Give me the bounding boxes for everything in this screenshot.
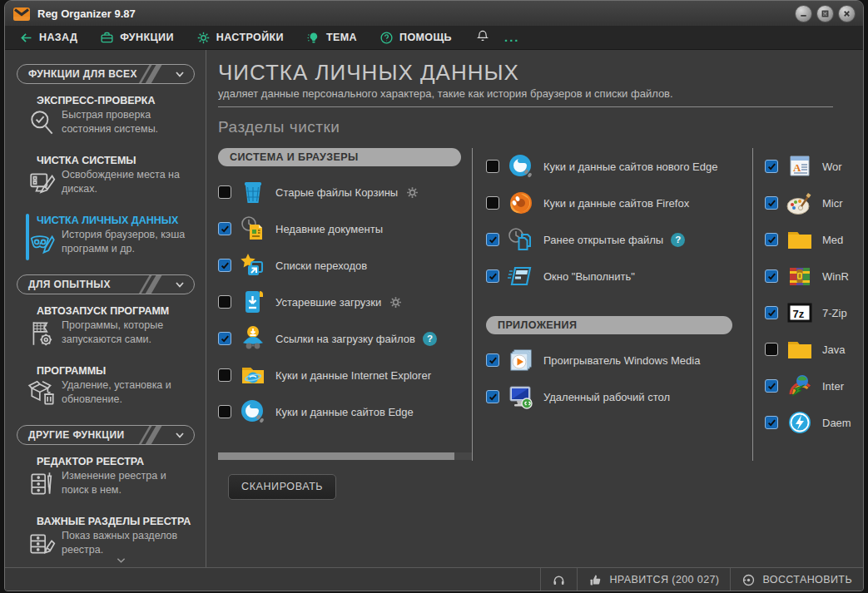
minimize-button[interactable] [795, 5, 812, 22]
cleanup-item-row[interactable]: Micr [765, 185, 863, 221]
cleanup-checkbox[interactable] [486, 269, 499, 283]
like-button[interactable]: НРАВИТСЯ (200 027) [577, 568, 730, 591]
cleanup-item-row[interactable]: Проигрыватель Windows Media [486, 342, 732, 378]
maximize-button[interactable] [816, 5, 834, 22]
sidebar-item[interactable]: АВТОЗАПУСК ПРОГРАММПрограммы, которые за… [5, 305, 206, 348]
cleanup-item-row[interactable]: Списки переходов [218, 247, 461, 284]
support-button[interactable] [540, 568, 577, 591]
sidebar-group-header[interactable]: ФУНКЦИИ ДЛЯ ВСЕХ [17, 64, 195, 84]
cleanup-checkbox[interactable] [765, 196, 778, 210]
cleanup-checkbox[interactable] [486, 353, 499, 367]
sidebar-item[interactable]: ЭКСПРЕСС-ПРОВЕРКАБыстрая проверка состоя… [5, 95, 206, 138]
ie-folder-icon [239, 361, 267, 389]
paint-icon [786, 189, 814, 217]
chevron-down-icon [174, 429, 186, 441]
cleanup-item-row[interactable]: Куки и данные Internet Explorer [218, 357, 461, 393]
drawers-screwdriver-icon [27, 469, 57, 499]
cleanup-item-label: Ранее открытые файлы [543, 234, 663, 246]
settings-button[interactable]: НАСТРОЙКИ [196, 31, 284, 45]
cleanup-item-label: Окно "Выполнить" [543, 270, 635, 283]
sidebar-group-header[interactable]: ДРУГИЕ ФУНКЦИИ [17, 425, 195, 445]
item-help-icon[interactable]: ? [423, 332, 437, 346]
functions-button[interactable]: ФУНКЦИИ [100, 31, 174, 45]
cleanup-checkbox[interactable] [218, 332, 231, 345]
cleanup-item-row[interactable]: WinR [765, 258, 863, 294]
cleanup-item-row[interactable]: Удаленный рабочий стол [486, 378, 732, 415]
briefcase-icon [100, 31, 114, 45]
main-content: ЧИСТКА ЛИЧНЫХ ДАННЫХ удаляет данные перс… [206, 50, 863, 567]
cleanup-item-row[interactable]: Куки и данные сайтов Edge [218, 393, 461, 430]
winrar-icon [786, 262, 814, 290]
cleanup-checkbox[interactable] [218, 295, 231, 309]
cleanup-checkbox[interactable] [765, 416, 778, 429]
cleanup-section-header: ПРИЛОЖЕНИЯ [486, 316, 732, 334]
cleanup-item-row[interactable]: 7z7-Zip [765, 294, 863, 331]
cleanup-checkbox[interactable] [218, 185, 231, 199]
cleanup-checkbox[interactable] [765, 306, 778, 319]
cleanup-checkbox[interactable] [765, 269, 778, 283]
sidebar-item[interactable]: ПРОГРАММЫУдаление, установка и обновлени… [5, 365, 206, 408]
cleanup-item-row[interactable]: Старые файлы Корзины [218, 174, 461, 210]
sidebar-item[interactable]: РЕДАКТОР РЕЕСТРАИзменение реестра и поис… [5, 456, 206, 499]
cleanup-item-row[interactable]: Java [765, 331, 863, 368]
cleanup-item-row[interactable]: Устаревшие загрузки [218, 284, 461, 320]
item-help-icon[interactable]: ? [671, 233, 685, 247]
cleanup-checkbox[interactable] [486, 196, 499, 210]
cleanup-checkbox[interactable] [218, 259, 231, 272]
cleanup-item-row[interactable]: Куки и данные сайтов нового Edge [486, 148, 732, 185]
cleanup-checkbox[interactable] [486, 233, 499, 246]
window-controls [791, 5, 856, 22]
app-logo-icon [12, 6, 31, 22]
theme-button[interactable]: ТЕМА [306, 31, 357, 45]
cleanup-item-row[interactable]: Ранее открытые файлы? [486, 221, 732, 258]
notifications-button[interactable] [476, 29, 489, 46]
cleanup-item-row[interactable]: Med [765, 221, 863, 258]
horizontal-scrollbar[interactable] [218, 452, 472, 460]
cleanup-checkbox[interactable] [765, 233, 778, 246]
item-settings-gear-icon[interactable] [389, 295, 403, 309]
scrollbar-thumb[interactable] [218, 452, 454, 460]
sidebar-item-desc: История браузеров, кэша программ и др. [62, 228, 191, 258]
cleanup-checkbox[interactable] [218, 405, 231, 418]
titlebar: Reg Organizer 9.87 [5, 1, 863, 26]
cleanup-checkbox[interactable] [218, 368, 231, 382]
cleanup-checkbox[interactable] [218, 222, 231, 235]
sidebar-item-desc: Программы, которые запускаются сами. [62, 319, 191, 348]
cleanup-item-row[interactable]: Окно "Выполнить" [486, 258, 732, 294]
cleanup-item-row[interactable]: Куки и данные сайтов Firefox [486, 185, 732, 221]
cleanup-checkbox[interactable] [765, 379, 778, 393]
cleanup-item-row[interactable]: AWor [765, 148, 863, 185]
item-settings-gear-icon[interactable] [405, 185, 419, 200]
sidebar-group-header[interactable]: ДЛЯ ОПЫТНЫХ [17, 274, 195, 294]
close-button[interactable] [838, 5, 856, 22]
wordpad-icon: A [786, 152, 814, 180]
sidebar-item[interactable]: ЧИСТКА СИСТЕМЫОсвобождение места на диск… [5, 155, 206, 198]
back-button[interactable]: НАЗАД [19, 31, 77, 45]
cleanup-checkbox[interactable] [486, 160, 499, 173]
edge-cookies-icon [507, 152, 535, 180]
sidebar-group-label: ФУНКЦИИ ДЛЯ ВСЕХ [28, 68, 137, 80]
scan-button[interactable]: СКАНИРОВАТЬ [228, 474, 336, 500]
cleanup-item-row[interactable]: Inter [765, 368, 863, 404]
svg-text:A: A [793, 161, 801, 174]
restore-label: ВОССТАНОВИТЬ [762, 574, 852, 586]
cleanup-section-header: СИСТЕМА И БРАУЗЕРЫ [218, 148, 461, 166]
more-menu-button[interactable]: ... [504, 33, 520, 42]
cleanup-item-row[interactable]: Daem [765, 404, 863, 441]
cleanup-item-label: Недавние документы [275, 223, 383, 235]
cleanup-checkbox[interactable] [765, 343, 778, 356]
jump-lists-icon [239, 251, 267, 279]
sidebar-item[interactable]: ЧИСТКА ЛИЧНЫХ ДАННЫХИстория браузеров, к… [5, 215, 206, 258]
cleanup-item-label: Micr [822, 197, 843, 210]
chevron-down-icon [174, 279, 186, 290]
cleanup-item-row[interactable]: Недавние документы [218, 210, 461, 247]
help-button[interactable]: ПОМОЩЬ [379, 31, 452, 45]
download-links-icon [239, 324, 267, 353]
cleanup-checkbox[interactable] [486, 390, 499, 403]
cleanup-item-row[interactable]: Ссылки на загрузку файлов? [218, 320, 461, 357]
sidebar-scroll-more-icon[interactable] [117, 552, 126, 567]
sidebar-item[interactable]: ВАЖНЫЕ РАЗДЕЛЫ РЕЕСТРАПоказ важных разде… [5, 516, 206, 559]
edge-cookies-icon [239, 398, 267, 426]
restore-button[interactable]: ВОССТАНОВИТЬ [730, 568, 863, 591]
cleanup-checkbox[interactable] [765, 160, 778, 173]
